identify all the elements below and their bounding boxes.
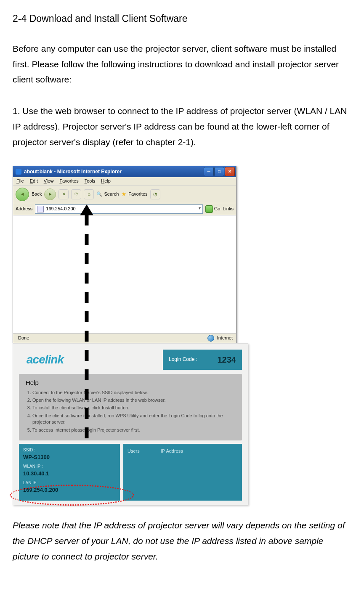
address-value: 169.254.0.200 — [46, 206, 75, 212]
status-right-text: Internet — [217, 335, 233, 340]
window-controls: ─ □ ✕ — [203, 167, 235, 176]
help-item-4: Once the client software is installed, r… — [32, 413, 235, 426]
ip-column-header: IP Address — [161, 448, 183, 497]
forward-button[interactable]: ► — [44, 188, 56, 200]
users-box: Users IP Address — [123, 444, 242, 501]
refresh-button[interactable]: ⟳ — [71, 189, 81, 199]
wlan-ip-label: WLAN IP : — [23, 464, 116, 469]
ssid-value: WP-S1300 — [23, 453, 116, 461]
ie-titlebar: about:blank - Microsoft Internet Explore… — [13, 166, 236, 177]
go-icon — [205, 205, 213, 213]
ie-menubar: File Edit View Favorites Tools Help — [13, 177, 236, 186]
ie-window: about:blank - Microsoft Internet Explore… — [13, 166, 236, 343]
network-info-box: SSID : WP-S1300 WLAN IP : 10.30.40.1 LAN… — [19, 444, 120, 501]
step-1-paragraph: 1. Use the web browser to connect to the… — [13, 103, 351, 150]
menu-favorites[interactable]: Favorites — [59, 178, 78, 184]
favorites-label: Favorites — [128, 191, 147, 197]
menu-tools[interactable]: Tools — [85, 178, 96, 184]
users-column-header: Users — [128, 448, 140, 497]
go-button[interactable]: Go — [205, 205, 221, 213]
login-code-value: 1234 — [218, 354, 236, 366]
address-label: Address — [16, 206, 32, 212]
address-input[interactable]: 169.254.0.200 ▾ — [35, 204, 202, 214]
ie-toolbar: ◄ Back ► ✕ ⟳ ⌂ 🔍 Search ★ Favorites ◔ — [13, 186, 236, 203]
ie-address-bar: Address 169.254.0.200 ▾ Go Links — [13, 203, 236, 215]
login-code-label: Login Code : — [169, 356, 197, 363]
ssid-label: SSID : — [23, 447, 116, 453]
help-box: Help Connect to the Projector Server's S… — [19, 374, 242, 440]
lan-ip-label: LAN IP : — [23, 480, 116, 486]
home-button[interactable]: ⌂ — [84, 189, 94, 199]
history-button[interactable]: ◔ — [150, 189, 160, 199]
minimize-button[interactable]: ─ — [204, 167, 214, 176]
help-item-3: To install the client software, click In… — [32, 405, 235, 411]
ie-content-area — [13, 215, 236, 333]
ie-app-icon — [16, 169, 21, 175]
menu-edit[interactable]: Edit — [30, 178, 38, 184]
back-label: Back — [32, 191, 42, 197]
help-item-2: Open the following WLAN or LAN IP addres… — [32, 397, 235, 403]
back-button[interactable]: ◄ — [16, 188, 29, 201]
search-button[interactable]: 🔍 Search — [96, 191, 119, 197]
stop-button[interactable]: ✕ — [58, 189, 69, 199]
ie-status-bar: Done Internet — [13, 333, 236, 343]
wlan-ip-value: 10.30.40.1 — [23, 470, 116, 477]
menu-view[interactable]: View — [44, 178, 54, 184]
section-heading: 2-4 Download and Install Client Software — [13, 13, 351, 25]
help-list: Connect to the Projector Server's SSID d… — [26, 390, 235, 433]
star-icon: ★ — [121, 191, 127, 198]
screenshot-group: about:blank - Microsoft Internet Explore… — [13, 166, 265, 505]
favorites-button[interactable]: ★ Favorites — [121, 191, 147, 198]
links-label[interactable]: Links — [223, 206, 234, 212]
intro-paragraph: Before any computer can use the projecto… — [13, 41, 351, 88]
ie-title-text: about:blank - Microsoft Internet Explore… — [24, 169, 122, 175]
page-icon — [37, 206, 44, 212]
search-label: Search — [104, 191, 119, 197]
help-title: Help — [26, 378, 235, 387]
menu-help[interactable]: Help — [101, 178, 111, 184]
menu-file[interactable]: File — [16, 178, 24, 184]
maximize-button[interactable]: □ — [214, 167, 224, 176]
status-left-text: Done — [18, 335, 29, 340]
status-left: Done — [16, 335, 29, 341]
acelink-logo: acelink — [19, 350, 64, 368]
login-code-box: Login Code : 1234 — [163, 350, 242, 370]
projector-server-panel: acelink Login Code : 1234 Help Connect t… — [13, 343, 248, 506]
address-dropdown-icon[interactable]: ▾ — [199, 206, 201, 211]
close-button[interactable]: ✕ — [225, 167, 235, 176]
help-item-5: To access Internet please login Projecto… — [32, 427, 235, 433]
go-label: Go — [214, 206, 221, 212]
lan-ip-value: 169.254.0.200 — [23, 486, 116, 494]
globe-icon — [207, 335, 214, 342]
help-item-1: Connect to the Projector Server's SSID d… — [32, 390, 235, 396]
note-paragraph: Please note that the IP address of proje… — [13, 518, 351, 564]
status-right: Internet — [207, 335, 233, 342]
